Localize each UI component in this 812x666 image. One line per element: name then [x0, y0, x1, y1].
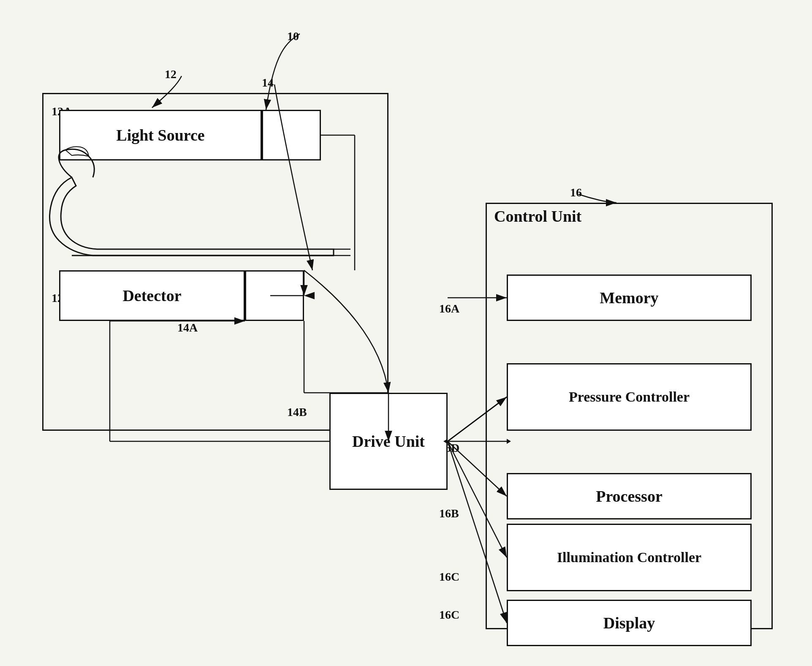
- memory-box: Memory: [507, 275, 752, 321]
- ref-16c-2: 16C: [439, 608, 459, 622]
- display-box: Display: [507, 600, 752, 646]
- ref-16c-1: 16C: [439, 570, 459, 584]
- ref-14: 14: [262, 76, 274, 90]
- drive-unit-box: Drive Unit: [329, 393, 448, 490]
- ref-16b: 16B: [439, 507, 459, 520]
- pressure-controller-box: Pressure Controller: [507, 363, 752, 431]
- diagram: 10 12 14 12A 12B 14A 14B 16 16A 16D 16B …: [25, 25, 785, 650]
- illumination-controller-box: Illumination Controller: [507, 524, 752, 591]
- ref-16: 16: [570, 186, 582, 199]
- ref-16a: 16A: [439, 302, 459, 315]
- control-unit-label: Control Unit: [494, 207, 581, 226]
- processor-box: Processor: [507, 473, 752, 519]
- ref-12: 12: [165, 68, 177, 81]
- ref-10: 10: [287, 30, 299, 43]
- finger-probe-shape: [38, 144, 359, 279]
